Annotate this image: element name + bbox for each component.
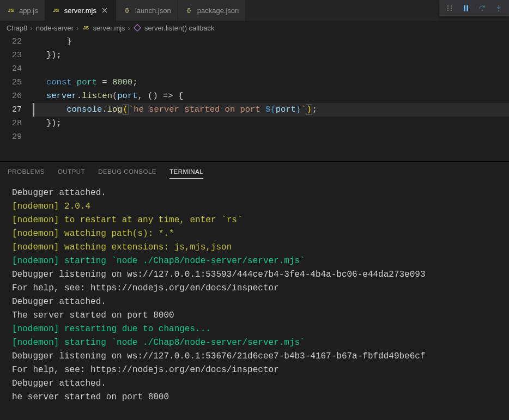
terminal-line: Debugger attached. (12, 377, 497, 391)
breadcrumb-label: node-server (36, 24, 74, 32)
svg-point-3 (451, 8, 452, 9)
tab-packagejson[interactable]: {} package.json (178, 0, 246, 21)
terminal-line: [nodemon] starting `node ./Chap8/node-se… (12, 254, 497, 268)
svg-rect-10 (134, 25, 141, 31)
terminal-line: Debugger attached. (12, 295, 497, 309)
svg-point-2 (447, 8, 449, 9)
terminal-line: Debugger attached. (12, 186, 497, 200)
cursor (33, 103, 34, 117)
breadcrumb: Chap8› node-server› JS server.mjs › serv… (0, 21, 509, 35)
line-gutter: 22 23 24 25 26 27 28 29 (0, 35, 33, 161)
breadcrumb-folder[interactable]: Chap8› (7, 24, 33, 32)
terminal-line: For help, see: https://nodejs.org/en/doc… (12, 282, 497, 295)
terminal-line: [nodemon] restarting due to changes... (12, 322, 497, 336)
line-number: 22 (0, 35, 22, 48)
line-number: 27 (0, 103, 22, 117)
tab-label: app.js (19, 7, 38, 15)
terminal-line: he server started on port 8000 (12, 391, 497, 404)
tab-output[interactable]: OUTPUT (58, 166, 85, 179)
code-line: } (33, 35, 509, 48)
tab-appjs[interactable]: JS app.js (0, 0, 45, 21)
breadcrumb-label: Chap8 (7, 24, 27, 32)
svg-point-9 (498, 10, 500, 12)
code-line: const port = 8000; (33, 76, 509, 89)
code-line: }); (33, 48, 509, 62)
debug-toolbar (439, 0, 509, 16)
code-line (33, 62, 509, 76)
tab-problems[interactable]: PROBLEMS (8, 166, 45, 179)
pause-button[interactable] (458, 0, 474, 16)
code-line: console.log(`he server started on port $… (33, 103, 509, 117)
terminal-line: [nodemon] starting `node ./Chap8/node-se… (12, 336, 497, 350)
code-line: }); (33, 117, 509, 130)
terminal-line: [nodemon] watching path(s): *.* (12, 227, 497, 241)
editor-tabs: JS app.js JS server.mjs {} launch.json {… (0, 0, 509, 21)
step-into-button[interactable] (490, 0, 507, 16)
close-icon[interactable] (100, 6, 109, 15)
svg-point-0 (447, 5, 449, 7)
json-icon: {} (123, 6, 131, 15)
js-icon: JS (52, 6, 60, 15)
step-over-button[interactable] (474, 0, 490, 16)
drag-handle-icon[interactable] (441, 0, 458, 16)
line-number: 28 (0, 117, 22, 130)
svg-point-5 (451, 10, 452, 11)
terminal-line: Debugger listening on ws://127.0.0.1:536… (12, 350, 497, 363)
breadcrumb-symbol[interactable]: server.listen() callback (134, 24, 215, 32)
terminal-line: [nodemon] watching extensions: js,mjs,js… (12, 241, 497, 254)
terminal-line: For help, see: https://nodejs.org/en/doc… (12, 363, 497, 377)
terminal[interactable]: Debugger attached. [nodemon] 2.0.4 [node… (0, 180, 509, 411)
line-number: 25 (0, 76, 22, 89)
svg-rect-7 (466, 5, 468, 11)
code-area[interactable]: } }); const port = 8000; server.listen(p… (33, 35, 509, 161)
code-editor[interactable]: 22 23 24 25 26 27 28 29 } }); const port… (0, 35, 509, 161)
terminal-line: [nodemon] to restart at any time, enter … (12, 214, 497, 227)
js-icon: JS (82, 24, 90, 32)
breadcrumb-label: server.mjs (93, 24, 125, 32)
line-number: 24 (0, 62, 22, 76)
terminal-line: Debugger listening on ws://127.0.0.1:535… (12, 268, 497, 282)
line-number: 23 (0, 48, 22, 62)
code-line (33, 130, 509, 144)
svg-point-1 (451, 5, 452, 7)
tab-label: package.json (197, 7, 239, 15)
line-number: 26 (0, 89, 22, 103)
svg-point-8 (482, 10, 483, 11)
json-icon: {} (185, 6, 193, 15)
tab-launchjson[interactable]: {} launch.json (116, 0, 178, 21)
tab-debug-console[interactable]: DEBUG CONSOLE (98, 166, 156, 179)
svg-rect-6 (464, 5, 465, 11)
chevron-right-icon: › (30, 24, 32, 32)
tab-servermjs[interactable]: JS server.mjs (45, 0, 116, 21)
panel-tabs: PROBLEMS OUTPUT DEBUG CONSOLE TERMINAL (0, 162, 509, 180)
method-icon (134, 24, 142, 32)
chevron-right-icon: › (76, 24, 78, 32)
terminal-line: [nodemon] 2.0.4 (12, 200, 497, 214)
svg-point-4 (447, 10, 449, 11)
terminal-line: The server started on port 8000 (12, 309, 497, 322)
code-line: server.listen(port, () => { (33, 89, 509, 103)
bottom-panel: PROBLEMS OUTPUT DEBUG CONSOLE TERMINAL D… (0, 161, 509, 411)
breadcrumb-folder[interactable]: node-server› (36, 24, 79, 32)
js-icon: JS (7, 6, 15, 15)
line-number: 29 (0, 130, 22, 144)
breadcrumb-file[interactable]: JS server.mjs › (82, 24, 130, 32)
chevron-right-icon: › (128, 24, 130, 32)
tab-label: server.mjs (64, 7, 96, 15)
breadcrumb-label: server.listen() callback (144, 24, 215, 32)
tab-terminal[interactable]: TERMINAL (169, 166, 203, 179)
tab-label: launch.json (135, 7, 171, 15)
